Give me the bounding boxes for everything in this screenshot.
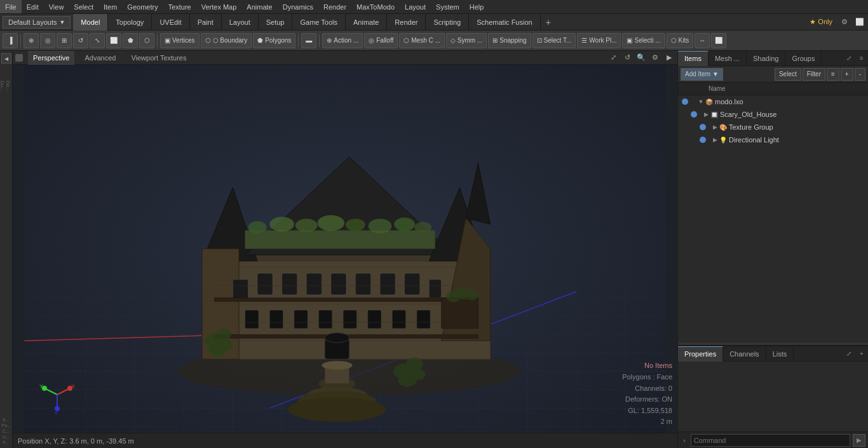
menu-item-select[interactable]: Select	[69, 0, 98, 13]
select-t-button[interactable]: ⊡ Select T...	[532, 33, 576, 48]
vis-toggle-texture[interactable]	[698, 123, 707, 132]
toggle-btn[interactable]: ▐	[3, 33, 18, 48]
items-minus-btn[interactable]: -	[855, 68, 865, 81]
axis-btn[interactable]: ⊞	[57, 33, 72, 48]
vis-toggle-house[interactable]	[689, 110, 698, 119]
add-item-button[interactable]: Add Item ▼	[681, 68, 723, 81]
menu-item-view[interactable]: View	[44, 0, 69, 13]
boundary-button[interactable]: ⬡ ⬡ Boundary	[201, 33, 252, 48]
vertices-button[interactable]: ▣ Vertices	[160, 33, 200, 48]
tab-channels[interactable]: Channels	[723, 346, 766, 362]
menu-item-file[interactable]: File	[0, 0, 22, 13]
vis-dot-house[interactable]	[691, 111, 697, 118]
menu-item-geometry[interactable]: Geometry	[122, 0, 163, 13]
filter-btn[interactable]: Filter	[803, 68, 825, 81]
layout-tab-scripting[interactable]: Scripting	[426, 14, 469, 31]
expand-right-btn[interactable]: ↔	[695, 33, 710, 48]
layout-tab-animate[interactable]: Animate	[346, 14, 387, 31]
tab-perspective[interactable]: Perspective	[28, 51, 74, 65]
star-only-button[interactable]: ★ Only	[804, 18, 837, 26]
layout-tab-paint[interactable]: Paint	[190, 14, 222, 31]
circle-select-btn[interactable]: ◎	[40, 33, 55, 48]
menu-item-help[interactable]: Help	[465, 0, 489, 13]
menu-item-render[interactable]: Render	[318, 0, 351, 13]
add-layout-button[interactable]: +	[541, 14, 556, 31]
expand-texture[interactable]: ▶	[711, 123, 719, 132]
layout-tab-game-tools[interactable]: Game Tools	[292, 14, 346, 31]
command-submit-btn[interactable]: ▶	[853, 434, 865, 447]
expand-modo[interactable]: ▼	[697, 97, 705, 106]
layout-dropdown[interactable]: Default Layouts ▼	[3, 16, 71, 29]
scene-panel-divider[interactable]	[678, 343, 868, 345]
tab-shading[interactable]: Shading	[747, 51, 785, 66]
expand-vp-btn[interactable]: ▶	[663, 52, 675, 64]
tree-item-texture-group[interactable]: ▶ 🎨 Texture Group	[678, 121, 868, 133]
falloff-button[interactable]: ◎ Falloff	[364, 33, 398, 48]
hex-btn[interactable]: ⬡	[139, 33, 154, 48]
layout-tab-model[interactable]: Model	[73, 14, 108, 31]
viewport-menu-btn[interactable]	[15, 54, 23, 62]
scale-btn[interactable]: ⤡	[90, 33, 105, 48]
layout-tab-topology[interactable]: Topology	[108, 14, 152, 31]
tab-advanced[interactable]: Advanced	[79, 51, 121, 65]
vis-toggle-modo[interactable]	[681, 97, 689, 106]
menu-item-edit[interactable]: Edit	[22, 0, 44, 13]
polygons-button[interactable]: ⬟ Polygons	[253, 33, 295, 48]
settings-vp-btn[interactable]: ⚙	[649, 52, 661, 64]
transform2-btn[interactable]: ⬜	[106, 33, 121, 48]
vis-toggle-light[interactable]	[698, 135, 707, 144]
action-button[interactable]: ⊕ Action ...	[322, 33, 363, 48]
globe-btn[interactable]: ⊕	[24, 33, 39, 48]
menu-item-system[interactable]: System	[431, 0, 465, 13]
scene-tree[interactable]: ▼ 📦 modo.lxo ▶ 🔲 Scary_Old_House	[678, 95, 868, 343]
menu-item-dynamics[interactable]: Dynamics	[278, 0, 318, 13]
viewport-canvas[interactable]: X Y Z No Items Polygons : Face Channels:…	[13, 65, 677, 433]
maximize-vp-btn[interactable]: ⤢	[607, 52, 619, 64]
refresh-vp-btn[interactable]: ↺	[621, 52, 633, 64]
tab-groups[interactable]: Groups	[785, 51, 822, 66]
menu-item-animate[interactable]: Animate	[241, 0, 277, 13]
symm-button[interactable]: ◇ Symm ...	[446, 33, 487, 48]
menu-item-item[interactable]: Item	[98, 0, 122, 13]
layout-tab-schematic-fusion[interactable]: Schematic Fusion	[469, 14, 540, 31]
dropdown1-btn[interactable]: ▬	[301, 33, 316, 48]
panel-settings-btn[interactable]: ≡	[855, 51, 868, 66]
expand-light[interactable]: ▶	[711, 135, 719, 144]
menu-item-layout[interactable]: Layout	[400, 0, 431, 13]
snapping-button[interactable]: ⊞ Snapping	[488, 33, 531, 48]
kits-button[interactable]: ⬡ Kits	[667, 33, 694, 48]
tab-properties[interactable]: Properties	[678, 346, 723, 362]
tab-items[interactable]: Items	[678, 51, 709, 66]
tree-item-dir-light[interactable]: ▶ 💡 Directional Light	[678, 133, 868, 146]
sidebar-toggle[interactable]: ◀	[1, 53, 11, 64]
select-btn[interactable]: Select	[775, 68, 801, 81]
selecti-button[interactable]: ▣ Selecti ...	[622, 33, 665, 48]
vis-dot-texture[interactable]	[700, 124, 706, 130]
rotate-btn[interactable]: ↺	[73, 33, 88, 48]
mesh-c-button[interactable]: ⬡ Mesh C ...	[399, 33, 445, 48]
search-vp-btn[interactable]: 🔍	[635, 52, 647, 64]
menu-item-maxtomodo[interactable]: MaxToModo	[351, 0, 400, 13]
command-input[interactable]	[691, 434, 850, 447]
menu-item-vertex map[interactable]: Vertex Map	[196, 0, 242, 13]
panel-expand-btn[interactable]: ⤢	[843, 51, 855, 66]
layout-tab-layout[interactable]: Layout	[222, 14, 259, 31]
tree-item-scary-house[interactable]: ▶ 🔲 Scary_Old_House	[678, 108, 868, 121]
tree-item-modo-lxo[interactable]: ▼ 📦 modo.lxo	[678, 95, 868, 108]
maximize-button[interactable]: ⬜	[851, 14, 868, 31]
items-plus-btn[interactable]: +	[841, 68, 853, 81]
props-plus-btn[interactable]: +	[855, 346, 868, 362]
tab-viewport-textures[interactable]: Viewport Textures	[126, 51, 191, 65]
vis-dot-modo[interactable]	[682, 98, 688, 105]
tab-lists[interactable]: Lists	[766, 346, 794, 362]
work-pl-button[interactable]: ☰ Work Pl...	[577, 33, 621, 48]
lasso-btn[interactable]: ⬟	[123, 33, 138, 48]
layout-tab-render[interactable]: Render	[387, 14, 426, 31]
layout-tab-uvedit[interactable]: UVEdit	[152, 14, 189, 31]
fullscreen-btn[interactable]: ⬜	[711, 33, 726, 48]
tab-mesh[interactable]: Mesh ...	[709, 51, 747, 66]
menu-item-texture[interactable]: Texture	[163, 0, 196, 13]
layout-tab-setup[interactable]: Setup	[259, 14, 293, 31]
vis-dot-light[interactable]	[700, 137, 706, 143]
items-collapse-btn[interactable]: ≡	[827, 68, 839, 81]
